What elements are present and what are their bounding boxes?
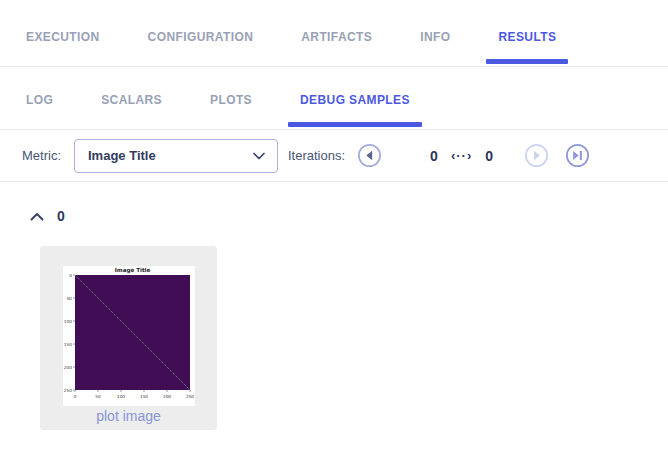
iteration-range-icon: ‹··› <box>451 148 472 163</box>
svg-text:50: 50 <box>95 394 101 399</box>
metric-select-value: Image Title <box>88 148 156 163</box>
debug-sample-card[interactable]: Image Title05010015020025005010015020025… <box>40 246 217 430</box>
newer-iterations-button[interactable] <box>523 143 549 169</box>
svg-text:250: 250 <box>63 388 71 393</box>
tab-results[interactable]: RESULTS <box>486 0 568 66</box>
skip-to-end-icon <box>565 143 590 168</box>
group-label: 0 <box>57 208 65 224</box>
latest-iteration-button[interactable] <box>564 143 590 169</box>
tab-debug-samples[interactable]: DEBUG SAMPLES <box>288 67 422 129</box>
next-icon <box>524 143 549 168</box>
plot-thumbnail[interactable]: Image Title05010015020025005010015020025… <box>63 266 195 406</box>
tab-log[interactable]: LOG <box>14 67 65 129</box>
results-sub-tab-bar: LOG SCALARS PLOTS DEBUG SAMPLES <box>0 67 668 130</box>
tab-configuration[interactable]: CONFIGURATION <box>136 0 266 66</box>
older-iterations-button[interactable] <box>356 143 382 169</box>
svg-text:100: 100 <box>63 319 71 324</box>
svg-text:250: 250 <box>186 394 194 399</box>
chevron-down-icon <box>253 152 265 160</box>
svg-text:0: 0 <box>69 273 72 278</box>
metric-select[interactable]: Image Title <box>74 139 278 173</box>
metric-label: Metric: <box>22 148 61 163</box>
tab-info[interactable]: INFO <box>408 0 462 66</box>
chevron-up-icon <box>30 212 44 221</box>
svg-text:200: 200 <box>63 365 71 370</box>
svg-text:150: 150 <box>63 342 71 347</box>
svg-text:100: 100 <box>117 394 125 399</box>
previous-icon <box>357 143 382 168</box>
tab-plots[interactable]: PLOTS <box>198 67 264 129</box>
tab-scalars[interactable]: SCALARS <box>89 67 174 129</box>
plot-caption: plot image <box>96 408 161 424</box>
svg-text:200: 200 <box>163 394 171 399</box>
iteration-max: 0 <box>485 148 493 164</box>
iteration-min: 0 <box>430 148 438 164</box>
tab-execution[interactable]: EXECUTION <box>14 0 112 66</box>
svg-text:50: 50 <box>66 296 72 301</box>
iteration-range: 0 ‹··› 0 <box>430 148 493 164</box>
group-collapse-button[interactable]: 0 <box>30 208 668 224</box>
tab-artifacts[interactable]: ARTIFACTS <box>289 0 384 66</box>
primary-tab-bar: EXECUTION CONFIGURATION ARTIFACTS INFO R… <box>0 0 668 67</box>
svg-text:150: 150 <box>140 394 148 399</box>
iterations-label: Iterations: <box>288 148 345 163</box>
svg-text:Image Title: Image Title <box>114 267 150 274</box>
debug-samples-toolbar: Metric: Image Title Iterations: 0 ‹··› 0 <box>0 130 668 182</box>
svg-text:0: 0 <box>73 394 76 399</box>
